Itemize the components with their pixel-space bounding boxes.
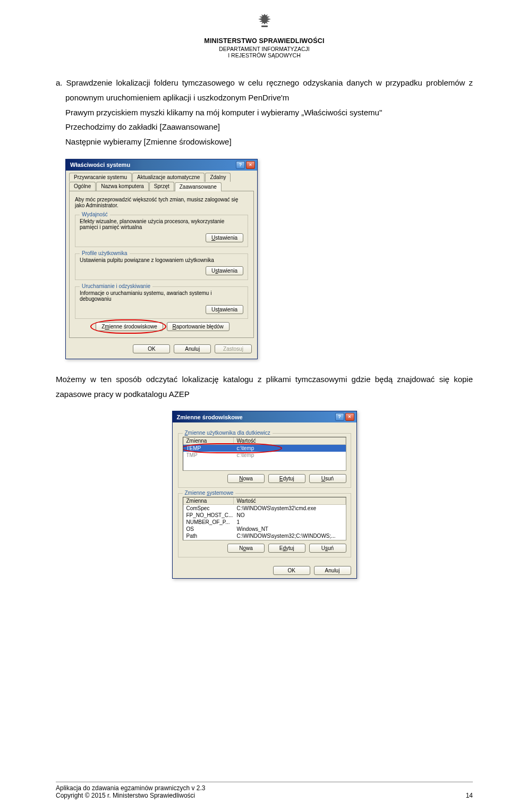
col-variable: Zmienna	[183, 497, 234, 504]
page-number: 14	[466, 792, 473, 799]
admin-note: Aby móc przeprowadzić większość tych zmi…	[75, 197, 248, 208]
env-vars-dialog: Zmienne środowiskowe ? × Zmienne użytkow…	[172, 411, 357, 579]
dialog-footer: OK Anuluj Zastosuj	[66, 341, 257, 359]
content-block: a. Sprawdzenie lokalizacji folderu tymcz…	[56, 75, 473, 149]
after-screenshot-text: Możemy w ten sposób odczytać lokalizację…	[56, 372, 473, 402]
tab-panel-advanced: Aby móc przeprowadzić większość tych zmi…	[69, 191, 254, 338]
system-properties-screenshot: Właściwości systemu ? × Przywracanie sys…	[56, 159, 473, 359]
col-value: Wartość	[234, 497, 346, 504]
cancel-button[interactable]: Anuluj	[174, 344, 211, 353]
var-row-temp[interactable]: TEMP c:\temp	[183, 445, 346, 452]
close-button[interactable]: ×	[345, 413, 354, 421]
perf-settings-button[interactable]: Ustawienia	[206, 233, 243, 242]
env-vars-screenshot: Zmienne środowiskowe ? × Zmienne użytkow…	[56, 411, 473, 579]
line3: Następnie wybieramy [Zmienne środowiskow…	[56, 134, 473, 149]
svg-rect-0	[261, 26, 268, 27]
user-vars-list[interactable]: Zmienna Wartość TEMP c:\temp TMP c:\temp	[183, 437, 346, 471]
user-new-button[interactable]: Nowa	[227, 474, 265, 483]
ok-button[interactable]: OK	[273, 566, 310, 575]
group-performance: Wydajność Efekty wizualne, planowanie uż…	[75, 215, 248, 247]
content-block2: Możemy w ten sposób odczytać lokalizację…	[56, 372, 473, 402]
page-header: MINISTERSTWO SPRAWIEDLIWOŚCI DEPARTAMENT…	[56, 11, 473, 58]
close-button[interactable]: ×	[246, 161, 255, 169]
group-desc: Efekty wizualne, planowanie użycia proce…	[80, 218, 243, 230]
tab-autoupdate[interactable]: Aktualizacje automatyczne	[132, 173, 205, 182]
group-legend: Wydajność	[80, 212, 110, 217]
error-report-button[interactable]: Raportowanie błędów	[167, 322, 230, 331]
dialog-title: Właściwości systemu	[70, 162, 130, 168]
dialog-titlebar: Właściwości systemu ? ×	[66, 159, 257, 171]
ok-button[interactable]: OK	[133, 344, 170, 353]
tab-general[interactable]: Ogólne	[69, 182, 96, 191]
cancel-button[interactable]: Anuluj	[314, 566, 351, 575]
env-vars-button[interactable]: Zmienne środowiskowe	[96, 322, 163, 331]
tab-remote[interactable]: Zdalny	[205, 173, 231, 182]
apply-button[interactable]: Zastosuj	[215, 344, 252, 353]
footer-line1: Aplikacja do zdawania egzaminów prawnicz…	[56, 784, 205, 792]
var-row[interactable]: NUMBER_OF_P...1	[183, 519, 346, 526]
group-boot: Uruchamianie i odzyskiwanie Informacje o…	[75, 286, 248, 319]
footer-line2: Copyright © 2015 r. Ministerstwo Sprawie…	[56, 792, 205, 799]
group-legend: Zmienne systemowe	[183, 490, 236, 496]
ministry-title: MINISTERSTWO SPRAWIEDLIWOŚCI	[56, 37, 473, 45]
tab-advanced[interactable]: Zaawansowane	[175, 182, 222, 191]
tabs-row-2: Ogólne Nazwa komputera Sprzęt Zaawansowa…	[66, 182, 257, 191]
user-delete-button[interactable]: Usuń	[309, 474, 346, 483]
tab-hardware[interactable]: Sprzęt	[149, 182, 174, 191]
dept-line2: I REJESTRÓW SĄDOWYCH	[56, 52, 473, 58]
profiles-settings-button[interactable]: Ustawienia	[206, 266, 243, 275]
help-button[interactable]: ?	[335, 413, 344, 421]
sys-delete-button[interactable]: Usuń	[309, 544, 346, 553]
line1: Prawym przyciskiem myszki klikamy na mój…	[56, 105, 473, 120]
var-row[interactable]: FP_NO_HOST_C...NO	[183, 512, 346, 519]
group-desc: Ustawienia pulpitu powiązane z logowanie…	[80, 257, 243, 263]
group-profiles: Profile użytkownika Ustawienia pulpitu p…	[75, 253, 248, 280]
var-row[interactable]: OSWindows_NT	[183, 526, 346, 532]
dept-line1: DEPARTAMENT INFORMATYZACJI	[56, 46, 473, 52]
group-legend: Zmienne użytkownika dla dutkiewicz	[183, 430, 273, 436]
tab-restore[interactable]: Przywracanie systemu	[69, 173, 132, 182]
page-footer: Aplikacja do zdawania egzaminów prawnicz…	[56, 782, 473, 799]
group-desc: Informacje o uruchamianiu systemu, awari…	[80, 290, 243, 302]
var-row[interactable]: ComSpecC:\WINDOWS\system32\cmd.exe	[183, 505, 346, 512]
dialog-title: Zmienne środowiskowe	[177, 414, 243, 420]
tabs-row-1: Przywracanie systemu Aktualizacje automa…	[66, 171, 257, 182]
dialog-titlebar: Zmienne środowiskowe ? ×	[173, 411, 356, 422]
item-a: a. Sprawdzenie lokalizacji folderu tymcz…	[56, 75, 473, 105]
eagle-emblem-icon	[56, 11, 473, 34]
help-button[interactable]: ?	[236, 161, 245, 169]
dialog-body: Zmienne użytkownika dla dutkiewicz Zmien…	[173, 422, 356, 578]
user-edit-button[interactable]: Edytuj	[268, 474, 305, 483]
system-properties-dialog: Właściwości systemu ? × Przywracanie sys…	[65, 159, 258, 359]
bottom-button-row: Zmienne środowiskowe Raportowanie błędów	[75, 322, 248, 331]
tab-computername[interactable]: Nazwa komputera	[96, 182, 149, 191]
group-legend: Uruchamianie i odzyskiwanie	[80, 283, 152, 289]
sys-vars-list[interactable]: Zmienna Wartość ComSpecC:\WINDOWS\system…	[183, 497, 346, 540]
sys-new-button[interactable]: Nowa	[227, 544, 265, 553]
var-row[interactable]: PathC:\WINDOWS\system32;C:\WINDOWS;...	[183, 532, 346, 539]
sys-vars-group: Zmienne systemowe Zmienna Wartość ComSpe…	[178, 493, 351, 557]
sys-edit-button[interactable]: Edytuj	[268, 544, 305, 553]
group-legend: Profile użytkownika	[80, 250, 130, 256]
boot-settings-button[interactable]: Ustawienia	[206, 305, 243, 314]
user-vars-group: Zmienne użytkownika dla dutkiewicz Zmien…	[178, 433, 351, 488]
line2: Przechodzimy do zakładki [Zaawansowane]	[56, 120, 473, 134]
